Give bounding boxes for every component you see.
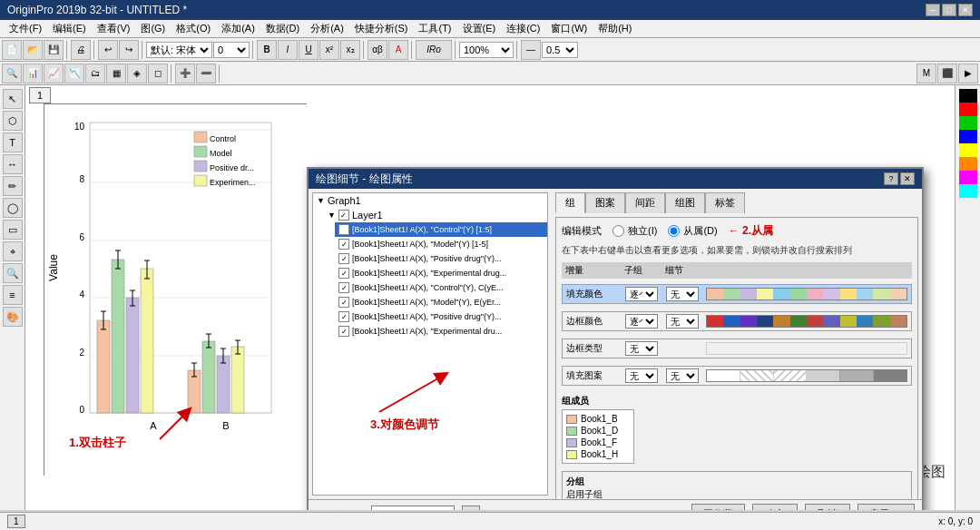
menu-file[interactable]: 文件(F) bbox=[4, 20, 47, 37]
menu-tools[interactable]: 工具(T) bbox=[413, 20, 456, 37]
fillpat-subgroup-select[interactable]: 无 bbox=[666, 368, 699, 383]
italic-btn[interactable]: I bbox=[278, 40, 298, 60]
left-btn-5[interactable]: ✏ bbox=[3, 176, 23, 196]
tb2-5[interactable]: 🗂 bbox=[85, 64, 105, 83]
ds5-checkbox[interactable]: ✓ bbox=[338, 297, 349, 308]
font-select[interactable]: 默认: 宋体 bbox=[146, 42, 212, 58]
tb2-end3[interactable]: ▶ bbox=[958, 64, 978, 83]
tab-groupplot[interactable]: 组图 bbox=[665, 192, 705, 213]
palette-black[interactable] bbox=[959, 89, 977, 103]
palette-orange[interactable] bbox=[959, 157, 977, 171]
tab-labels[interactable]: 标签 bbox=[705, 192, 745, 213]
ds6-checkbox[interactable]: ✓ bbox=[338, 311, 349, 322]
new-btn[interactable]: 📄 bbox=[2, 40, 22, 60]
layer1-checkbox[interactable]: ✓ bbox=[338, 210, 349, 221]
tab-group[interactable]: 组 bbox=[555, 192, 585, 213]
print-btn[interactable]: 🖨 bbox=[71, 40, 91, 60]
dialog-help-btn[interactable]: ? bbox=[884, 172, 898, 185]
expand-btn[interactable]: >> bbox=[462, 505, 480, 511]
fill-increment-select[interactable]: 逐个 bbox=[625, 287, 658, 301]
tab-pattern[interactable]: 图案 bbox=[585, 192, 625, 213]
border-subgroup-select[interactable]: 无 bbox=[666, 314, 699, 329]
tree-graph1[interactable]: ▼ Graph1 bbox=[313, 193, 547, 208]
palette-green[interactable] bbox=[959, 116, 977, 130]
left-btn-6[interactable]: ◯ bbox=[3, 198, 23, 218]
tree-dataset-2[interactable]: ✓ [Book1]Sheet1! A(X), "Positive drug"(Y… bbox=[335, 251, 547, 266]
minimize-button[interactable]: ─ bbox=[926, 4, 940, 16]
font-color-btn[interactable]: A bbox=[388, 40, 408, 60]
fillpat-increment-select[interactable]: 无 bbox=[625, 368, 658, 383]
tb2-9[interactable]: ➕ bbox=[175, 64, 195, 83]
tree-dataset-1[interactable]: ✓ [Book1]Sheet1! A(X), "Model"(Y) [1-5] bbox=[335, 237, 547, 251]
palette-magenta[interactable] bbox=[959, 171, 977, 184]
left-btn-1[interactable]: ↖ bbox=[3, 89, 23, 109]
tree-dataset-3[interactable]: ✓ [Book1]Sheet1! A(X), "Experimental dru… bbox=[335, 266, 547, 280]
tb2-4[interactable]: 📉 bbox=[64, 64, 84, 83]
ok-btn[interactable]: 确定 bbox=[752, 504, 798, 510]
left-btn-11[interactable]: 🎨 bbox=[3, 307, 23, 327]
tb2-2[interactable]: 📊 bbox=[23, 64, 43, 83]
bordertype-increment-select[interactable]: 无 bbox=[625, 341, 658, 356]
tb2-end1[interactable]: M bbox=[916, 64, 936, 83]
menu-add[interactable]: 添加(A) bbox=[216, 20, 260, 37]
close-button[interactable]: ✕ bbox=[958, 4, 973, 16]
open-btn[interactable]: 📂 bbox=[23, 40, 43, 60]
palette-yellow[interactable] bbox=[959, 143, 977, 157]
menu-edit[interactable]: 编辑(E) bbox=[47, 20, 92, 37]
graph-tab[interactable]: 1 bbox=[29, 87, 51, 103]
left-btn-2[interactable]: ⬡ bbox=[3, 111, 23, 131]
tb2-end2[interactable]: ⬛ bbox=[937, 64, 957, 83]
undo-btn[interactable]: ↩ bbox=[98, 40, 118, 60]
menu-format[interactable]: 格式(O) bbox=[171, 20, 216, 37]
left-btn-9[interactable]: 🔍 bbox=[3, 263, 23, 283]
maximize-button[interactable]: □ bbox=[942, 4, 956, 16]
tb2-1[interactable]: 🔍 bbox=[2, 64, 22, 83]
tb2-6[interactable]: ▦ bbox=[106, 64, 126, 83]
fill-subgroup-select[interactable]: 无 bbox=[666, 287, 699, 301]
ds4-checkbox[interactable]: ✓ bbox=[338, 282, 349, 293]
ds1-checkbox[interactable]: ✓ bbox=[338, 239, 349, 250]
menu-view[interactable]: 查看(V) bbox=[92, 20, 136, 37]
border-increment-select[interactable]: 逐个 bbox=[625, 314, 658, 329]
menu-data[interactable]: 数据(D) bbox=[260, 20, 305, 37]
ds0-checkbox[interactable]: ✓ bbox=[338, 224, 349, 235]
menu-quickanalysis[interactable]: 快捷分析(S) bbox=[349, 20, 414, 37]
radio-subordinate-input[interactable] bbox=[668, 225, 680, 237]
tree-dataset-4[interactable]: ✓ [Book1]Sheet1! A(X), "Control"(Y), C(y… bbox=[335, 280, 547, 295]
tree-dataset-6[interactable]: ✓ [Book1]Sheet1! A(X), "Positive drug"(Y… bbox=[335, 309, 547, 324]
size-select[interactable]: 0 bbox=[213, 42, 250, 58]
underline-btn[interactable]: U bbox=[299, 40, 318, 60]
palette-cyan[interactable] bbox=[959, 184, 977, 198]
alpha-btn[interactable]: αβ bbox=[368, 40, 387, 60]
palette-blue[interactable] bbox=[959, 130, 977, 143]
palette-red[interactable] bbox=[959, 103, 977, 116]
zoom-select[interactable]: 100% bbox=[459, 42, 514, 58]
status-tab-1[interactable]: 1 bbox=[7, 515, 25, 528]
menu-graph[interactable]: 图(G) bbox=[135, 20, 171, 37]
redo-btn[interactable]: ↪ bbox=[119, 40, 139, 60]
menu-connect[interactable]: 连接(C) bbox=[501, 20, 545, 37]
left-btn-4[interactable]: ↔ bbox=[3, 154, 23, 174]
tree-layer1[interactable]: ▼ ✓ Layer1 bbox=[324, 208, 547, 222]
apply-btn[interactable]: 应用(A) bbox=[858, 504, 915, 510]
bold-btn[interactable]: B bbox=[257, 40, 277, 60]
tree-dataset-0[interactable]: ✓ [Book1]Sheet1! A(X), "Control"(Y) [1:5… bbox=[335, 222, 547, 237]
subscript-btn[interactable]: x₂ bbox=[340, 40, 360, 60]
chart-container[interactable]: Value 0 2 4 6 8 10 A B bbox=[44, 103, 307, 476]
iro-field[interactable]: IRo bbox=[416, 40, 452, 60]
save-btn[interactable]: 💾 bbox=[44, 40, 64, 60]
workbook-btn[interactable]: 工作薄 bbox=[691, 504, 745, 510]
line-width-btn[interactable]: — bbox=[521, 40, 541, 60]
tb2-8[interactable]: ◻ bbox=[148, 64, 168, 83]
ds7-checkbox[interactable]: ✓ bbox=[338, 326, 349, 337]
menu-settings[interactable]: 设置(E) bbox=[457, 20, 502, 37]
plot-type-select[interactable]: 柱状图/条形图 bbox=[371, 505, 455, 511]
left-btn-7[interactable]: ▭ bbox=[3, 220, 23, 240]
left-btn-8[interactable]: ⌖ bbox=[3, 241, 23, 261]
left-btn-10[interactable]: ≡ bbox=[3, 285, 23, 305]
ds2-checkbox[interactable]: ✓ bbox=[338, 253, 349, 264]
line-width-select[interactable]: 0.5 1 bbox=[542, 42, 578, 58]
tab-spacing[interactable]: 间距 bbox=[625, 192, 665, 213]
menu-window[interactable]: 窗口(W) bbox=[545, 20, 593, 37]
cancel-btn[interactable]: 取消 bbox=[805, 504, 850, 510]
